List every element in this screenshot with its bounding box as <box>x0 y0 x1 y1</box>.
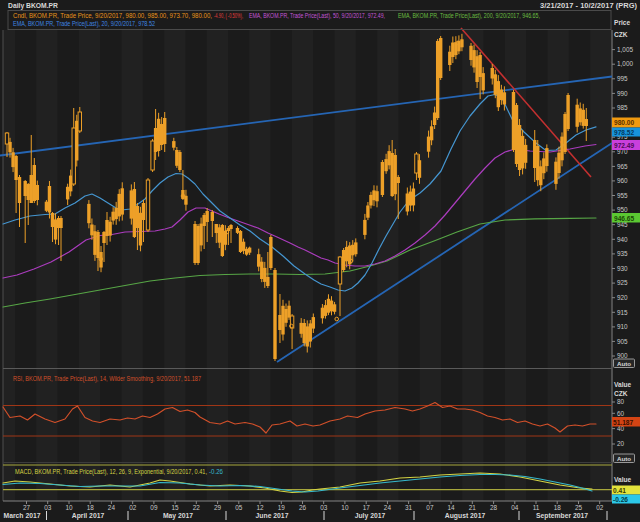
svg-text:July 2017: July 2017 <box>355 512 386 520</box>
svg-text:RSI, BKOM.PR, Trade Price(Last: RSI, BKOM.PR, Trade Price(Last), 14, Wil… <box>13 375 201 383</box>
svg-text:22: 22 <box>193 504 201 511</box>
svg-text:02: 02 <box>596 504 604 511</box>
svg-text:60: 60 <box>617 410 625 417</box>
svg-text:31: 31 <box>405 504 413 511</box>
svg-text:07: 07 <box>426 504 434 511</box>
svg-text:930: 930 <box>617 265 628 272</box>
svg-text:80: 80 <box>617 398 625 405</box>
svg-text:980.00: 980.00 <box>614 119 635 126</box>
svg-text:-4.90, ( -0.50%),: -4.90, ( -0.50%), <box>214 12 243 20</box>
svg-text:March 2017: March 2017 <box>3 512 40 519</box>
svg-text:20: 20 <box>617 440 625 447</box>
svg-text:15: 15 <box>172 504 180 511</box>
svg-text:CZK: CZK <box>614 31 628 38</box>
svg-text:September 2017: September 2017 <box>536 512 588 520</box>
svg-text:03: 03 <box>44 504 52 511</box>
svg-text:915: 915 <box>617 309 628 316</box>
svg-text:17: 17 <box>363 504 371 511</box>
svg-text:Daily BKOM.PR: Daily BKOM.PR <box>8 2 58 10</box>
svg-text:14: 14 <box>448 504 456 511</box>
svg-text:CZK: CZK <box>614 390 628 397</box>
svg-text:May 2017: May 2017 <box>163 512 193 520</box>
svg-text:-0.26: -0.26 <box>613 496 628 503</box>
svg-text:920: 920 <box>617 294 628 301</box>
svg-text:-0.26: -0.26 <box>209 468 223 475</box>
svg-text:10: 10 <box>65 504 73 511</box>
svg-text:04: 04 <box>511 504 519 511</box>
svg-text:990: 990 <box>617 90 628 97</box>
svg-text:905: 905 <box>617 338 628 345</box>
svg-text:946.65: 946.65 <box>614 215 635 222</box>
svg-text:June 2017: June 2017 <box>256 512 289 519</box>
svg-text:3/21/2017 - 10/2/2017 (PRG): 3/21/2017 - 10/2/2017 (PRG) <box>540 2 637 10</box>
svg-text:02: 02 <box>129 504 137 511</box>
svg-text:EMA, BKOM.PR, Trade Price(Last: EMA, BKOM.PR, Trade Price(Last), 50, 9/2… <box>249 12 385 20</box>
svg-text:910: 910 <box>617 323 628 330</box>
svg-text:27: 27 <box>23 504 31 511</box>
svg-text:28: 28 <box>490 504 498 511</box>
svg-text:11: 11 <box>533 504 540 511</box>
svg-text:21: 21 <box>469 504 477 511</box>
svg-text:10: 10 <box>341 504 349 511</box>
svg-text:1,000: 1,000 <box>617 60 633 67</box>
svg-text:950: 950 <box>617 206 628 213</box>
svg-text:18: 18 <box>87 504 95 511</box>
svg-text:18: 18 <box>554 504 562 511</box>
svg-text:24: 24 <box>384 504 392 511</box>
svg-text:995: 995 <box>617 75 628 82</box>
svg-text:19: 19 <box>278 504 286 511</box>
svg-text:Auto: Auto <box>617 455 631 462</box>
svg-text:26: 26 <box>299 504 307 511</box>
svg-text:Price: Price <box>614 19 630 26</box>
svg-text:29: 29 <box>214 504 222 511</box>
svg-text:1,005: 1,005 <box>617 46 633 53</box>
svg-text:Cndl, BKOM.PR, Trade Price, 9/: Cndl, BKOM.PR, Trade Price, 9/20/2017, 9… <box>13 12 212 19</box>
svg-text:12: 12 <box>256 504 264 511</box>
svg-text:Value: Value <box>614 476 632 483</box>
svg-text:960: 960 <box>617 177 628 184</box>
svg-text:900: 900 <box>617 352 628 359</box>
svg-text:935: 935 <box>617 250 628 257</box>
svg-text:05: 05 <box>235 504 243 511</box>
svg-text:03: 03 <box>320 504 328 511</box>
svg-text:MACD, BKOM.PR, Trade Price(Las: MACD, BKOM.PR, Trade Price(Last), 12, 26… <box>15 468 207 476</box>
svg-text:April 2017: April 2017 <box>72 512 105 520</box>
svg-text:August 2017: August 2017 <box>445 512 486 520</box>
svg-text:955: 955 <box>617 192 628 199</box>
svg-text:EMA, BKOM.PR, Trade Price(Last: EMA, BKOM.PR, Trade Price(Last), 20, 9/2… <box>13 20 155 28</box>
svg-text:Auto: Auto <box>617 360 631 367</box>
svg-text:Value: Value <box>614 381 632 388</box>
svg-text:925: 925 <box>617 279 628 286</box>
svg-text:0.41: 0.41 <box>613 487 626 494</box>
svg-text:985: 985 <box>617 104 628 111</box>
svg-text:51.187: 51.187 <box>613 419 634 426</box>
svg-text:972.49: 972.49 <box>614 142 635 149</box>
svg-text:940: 940 <box>617 236 628 243</box>
svg-text:965: 965 <box>617 163 628 170</box>
svg-text:978.52: 978.52 <box>614 129 635 136</box>
svg-text:25: 25 <box>575 504 583 511</box>
svg-text:09: 09 <box>150 504 158 511</box>
svg-text:24: 24 <box>108 504 116 511</box>
svg-text:EMA, BKOM.PR, Trade Price(Last: EMA, BKOM.PR, Trade Price(Last), 200, 9/… <box>398 12 540 20</box>
